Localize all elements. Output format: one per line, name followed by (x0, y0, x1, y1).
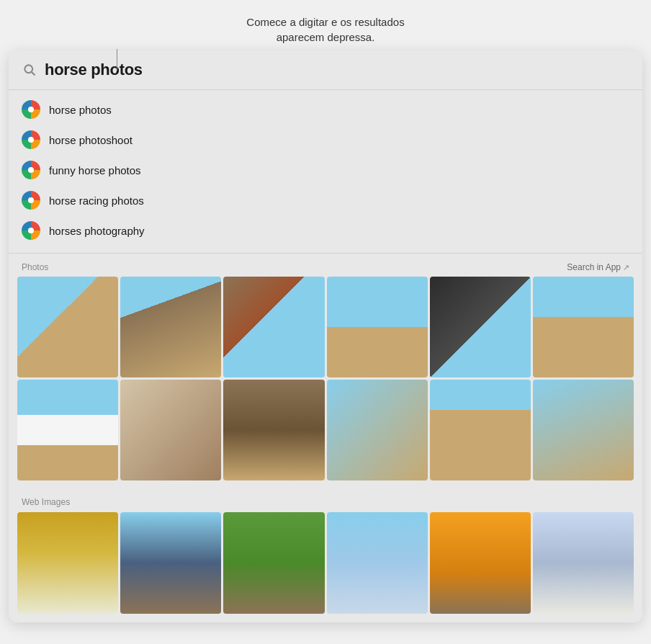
safari-icon-2 (22, 130, 40, 149)
web-images-header: Web Images (17, 489, 634, 512)
photo-cell-8[interactable] (120, 380, 221, 480)
svg-line-1 (32, 72, 35, 76)
photos-section-header: Photos Search in App ︎↗ (9, 256, 642, 277)
divider-1 (9, 253, 642, 254)
suggestion-item-4[interactable]: horse racing photos (9, 185, 642, 215)
tooltip-line2: aparecem depressa. (277, 31, 375, 43)
safari-icon-3 (22, 161, 40, 179)
photo-cell-10[interactable] (327, 380, 428, 480)
suggestion-item-1[interactable]: horse photos (9, 94, 642, 125)
photo-cell-4[interactable] (327, 277, 428, 377)
photo-cell-3[interactable] (223, 277, 324, 377)
web-image-4[interactable] (327, 512, 428, 613)
suggestion-text-5: horses photography (49, 225, 145, 237)
web-images-grid (17, 512, 634, 613)
photo-cell-11[interactable] (430, 380, 531, 480)
suggestion-item-5[interactable]: horses photography (9, 215, 642, 246)
tooltip-line1: Comece a digitar e os resultados (246, 16, 404, 28)
safari-icon-1 (22, 100, 40, 119)
search-query[interactable]: horse photos (45, 61, 143, 79)
photo-cell-6[interactable] (533, 277, 634, 377)
web-images-section: Web Images (9, 489, 642, 622)
photo-cell-7[interactable] (17, 380, 118, 480)
svg-point-0 (24, 65, 32, 73)
web-image-2[interactable] (120, 512, 221, 613)
suggestion-item-2[interactable]: horse photoshoot (9, 125, 642, 155)
web-image-3[interactable] (223, 512, 324, 613)
magnify-svg (22, 63, 37, 77)
photo-cell-2[interactable] (120, 277, 221, 377)
search-in-app-arrow-icon: ︎↗ (623, 263, 629, 272)
search-panel: horse photos horse photos horse photosho… (9, 50, 642, 622)
safari-icon-5 (22, 221, 40, 240)
web-image-5[interactable] (430, 512, 531, 613)
tooltip-container: Comece a digitar e os resultados aparece… (9, 14, 642, 45)
suggestion-text-1: horse photos (49, 104, 112, 116)
web-images-label: Web Images (22, 497, 70, 507)
photo-cell-9[interactable] (223, 380, 324, 480)
suggestion-text-3: funny horse photos (49, 164, 141, 176)
suggestion-text-4: horse racing photos (49, 194, 144, 207)
suggestion-text-2: horse photoshoot (49, 134, 133, 146)
search-in-app-text: Search in App (567, 262, 621, 272)
photo-cell-5[interactable] (430, 277, 531, 377)
suggestion-item-3[interactable]: funny horse photos (9, 155, 642, 185)
tooltip-text: Comece a digitar e os resultados aparece… (246, 14, 404, 45)
web-image-6[interactable] (533, 512, 634, 613)
search-in-app-button[interactable]: Search in App ︎↗ (567, 262, 629, 272)
photo-cell-12[interactable] (533, 380, 634, 480)
suggestions-list: horse photos horse photoshoot funny hors… (9, 90, 642, 250)
safari-icon-4 (22, 191, 40, 210)
search-icon (22, 62, 37, 78)
photo-cell-1[interactable] (17, 277, 118, 377)
photos-label: Photos (22, 262, 48, 272)
tooltip-pointer-line (117, 49, 117, 71)
web-image-1[interactable] (17, 512, 118, 613)
photos-grid (9, 277, 642, 489)
search-bar: horse photos (9, 50, 642, 90)
